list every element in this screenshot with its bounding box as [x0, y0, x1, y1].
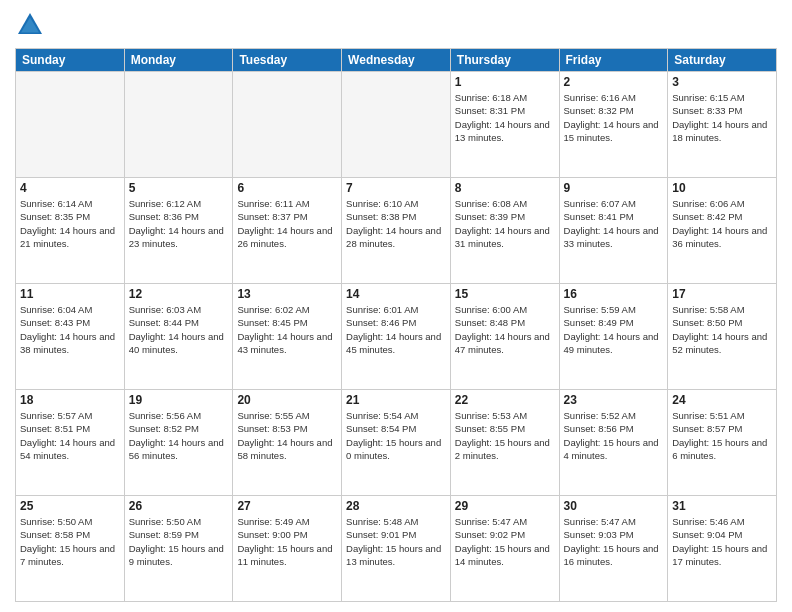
day-number: 30	[564, 499, 664, 513]
day-info: Sunrise: 5:52 AM Sunset: 8:56 PM Dayligh…	[564, 409, 664, 462]
day-info: Sunrise: 6:01 AM Sunset: 8:46 PM Dayligh…	[346, 303, 446, 356]
day-number: 26	[129, 499, 229, 513]
day-info: Sunrise: 6:15 AM Sunset: 8:33 PM Dayligh…	[672, 91, 772, 144]
day-number: 5	[129, 181, 229, 195]
calendar-cell: 17Sunrise: 5:58 AM Sunset: 8:50 PM Dayli…	[668, 284, 777, 390]
day-info: Sunrise: 6:04 AM Sunset: 8:43 PM Dayligh…	[20, 303, 120, 356]
calendar-week-row: 11Sunrise: 6:04 AM Sunset: 8:43 PM Dayli…	[16, 284, 777, 390]
dow-header: Saturday	[668, 49, 777, 72]
day-info: Sunrise: 5:55 AM Sunset: 8:53 PM Dayligh…	[237, 409, 337, 462]
day-info: Sunrise: 6:07 AM Sunset: 8:41 PM Dayligh…	[564, 197, 664, 250]
day-info: Sunrise: 5:50 AM Sunset: 8:58 PM Dayligh…	[20, 515, 120, 568]
calendar-cell	[233, 72, 342, 178]
calendar-week-row: 4Sunrise: 6:14 AM Sunset: 8:35 PM Daylig…	[16, 178, 777, 284]
dow-header: Friday	[559, 49, 668, 72]
calendar-table: SundayMondayTuesdayWednesdayThursdayFrid…	[15, 48, 777, 602]
day-info: Sunrise: 5:47 AM Sunset: 9:03 PM Dayligh…	[564, 515, 664, 568]
day-info: Sunrise: 6:16 AM Sunset: 8:32 PM Dayligh…	[564, 91, 664, 144]
calendar-cell: 2Sunrise: 6:16 AM Sunset: 8:32 PM Daylig…	[559, 72, 668, 178]
day-info: Sunrise: 5:54 AM Sunset: 8:54 PM Dayligh…	[346, 409, 446, 462]
dow-header: Thursday	[450, 49, 559, 72]
calendar-cell: 16Sunrise: 5:59 AM Sunset: 8:49 PM Dayli…	[559, 284, 668, 390]
calendar-cell: 31Sunrise: 5:46 AM Sunset: 9:04 PM Dayli…	[668, 496, 777, 602]
calendar-cell: 4Sunrise: 6:14 AM Sunset: 8:35 PM Daylig…	[16, 178, 125, 284]
calendar-cell: 5Sunrise: 6:12 AM Sunset: 8:36 PM Daylig…	[124, 178, 233, 284]
day-number: 6	[237, 181, 337, 195]
day-number: 1	[455, 75, 555, 89]
calendar-week-row: 18Sunrise: 5:57 AM Sunset: 8:51 PM Dayli…	[16, 390, 777, 496]
day-number: 23	[564, 393, 664, 407]
day-number: 24	[672, 393, 772, 407]
calendar-cell: 24Sunrise: 5:51 AM Sunset: 8:57 PM Dayli…	[668, 390, 777, 496]
calendar-cell: 26Sunrise: 5:50 AM Sunset: 8:59 PM Dayli…	[124, 496, 233, 602]
calendar-cell: 12Sunrise: 6:03 AM Sunset: 8:44 PM Dayli…	[124, 284, 233, 390]
calendar-week-row: 1Sunrise: 6:18 AM Sunset: 8:31 PM Daylig…	[16, 72, 777, 178]
calendar-cell: 30Sunrise: 5:47 AM Sunset: 9:03 PM Dayli…	[559, 496, 668, 602]
calendar-cell: 20Sunrise: 5:55 AM Sunset: 8:53 PM Dayli…	[233, 390, 342, 496]
calendar-cell: 23Sunrise: 5:52 AM Sunset: 8:56 PM Dayli…	[559, 390, 668, 496]
day-info: Sunrise: 6:11 AM Sunset: 8:37 PM Dayligh…	[237, 197, 337, 250]
day-info: Sunrise: 5:53 AM Sunset: 8:55 PM Dayligh…	[455, 409, 555, 462]
day-number: 19	[129, 393, 229, 407]
dow-header: Sunday	[16, 49, 125, 72]
dow-header: Monday	[124, 49, 233, 72]
day-number: 22	[455, 393, 555, 407]
page: SundayMondayTuesdayWednesdayThursdayFrid…	[0, 0, 792, 612]
day-number: 18	[20, 393, 120, 407]
calendar-cell: 3Sunrise: 6:15 AM Sunset: 8:33 PM Daylig…	[668, 72, 777, 178]
day-info: Sunrise: 5:51 AM Sunset: 8:57 PM Dayligh…	[672, 409, 772, 462]
day-info: Sunrise: 5:46 AM Sunset: 9:04 PM Dayligh…	[672, 515, 772, 568]
day-info: Sunrise: 5:59 AM Sunset: 8:49 PM Dayligh…	[564, 303, 664, 356]
day-number: 16	[564, 287, 664, 301]
calendar-cell: 19Sunrise: 5:56 AM Sunset: 8:52 PM Dayli…	[124, 390, 233, 496]
day-number: 29	[455, 499, 555, 513]
day-info: Sunrise: 5:57 AM Sunset: 8:51 PM Dayligh…	[20, 409, 120, 462]
day-number: 8	[455, 181, 555, 195]
calendar-cell: 10Sunrise: 6:06 AM Sunset: 8:42 PM Dayli…	[668, 178, 777, 284]
day-info: Sunrise: 6:18 AM Sunset: 8:31 PM Dayligh…	[455, 91, 555, 144]
day-info: Sunrise: 6:03 AM Sunset: 8:44 PM Dayligh…	[129, 303, 229, 356]
dow-header: Tuesday	[233, 49, 342, 72]
day-number: 21	[346, 393, 446, 407]
day-number: 2	[564, 75, 664, 89]
day-number: 3	[672, 75, 772, 89]
day-number: 20	[237, 393, 337, 407]
dow-header: Wednesday	[342, 49, 451, 72]
day-number: 13	[237, 287, 337, 301]
day-info: Sunrise: 6:06 AM Sunset: 8:42 PM Dayligh…	[672, 197, 772, 250]
header	[15, 10, 777, 40]
day-info: Sunrise: 5:47 AM Sunset: 9:02 PM Dayligh…	[455, 515, 555, 568]
calendar-week-row: 25Sunrise: 5:50 AM Sunset: 8:58 PM Dayli…	[16, 496, 777, 602]
day-info: Sunrise: 5:50 AM Sunset: 8:59 PM Dayligh…	[129, 515, 229, 568]
calendar-cell: 7Sunrise: 6:10 AM Sunset: 8:38 PM Daylig…	[342, 178, 451, 284]
calendar-cell	[16, 72, 125, 178]
day-number: 17	[672, 287, 772, 301]
calendar-cell: 27Sunrise: 5:49 AM Sunset: 9:00 PM Dayli…	[233, 496, 342, 602]
day-number: 25	[20, 499, 120, 513]
logo-icon	[15, 10, 45, 40]
day-number: 4	[20, 181, 120, 195]
day-number: 27	[237, 499, 337, 513]
day-number: 15	[455, 287, 555, 301]
day-number: 28	[346, 499, 446, 513]
day-info: Sunrise: 5:58 AM Sunset: 8:50 PM Dayligh…	[672, 303, 772, 356]
calendar-cell: 18Sunrise: 5:57 AM Sunset: 8:51 PM Dayli…	[16, 390, 125, 496]
day-number: 7	[346, 181, 446, 195]
day-number: 10	[672, 181, 772, 195]
day-info: Sunrise: 6:08 AM Sunset: 8:39 PM Dayligh…	[455, 197, 555, 250]
day-number: 11	[20, 287, 120, 301]
calendar-cell: 25Sunrise: 5:50 AM Sunset: 8:58 PM Dayli…	[16, 496, 125, 602]
calendar-cell: 11Sunrise: 6:04 AM Sunset: 8:43 PM Dayli…	[16, 284, 125, 390]
day-number: 31	[672, 499, 772, 513]
day-info: Sunrise: 6:14 AM Sunset: 8:35 PM Dayligh…	[20, 197, 120, 250]
day-info: Sunrise: 6:02 AM Sunset: 8:45 PM Dayligh…	[237, 303, 337, 356]
calendar-cell: 1Sunrise: 6:18 AM Sunset: 8:31 PM Daylig…	[450, 72, 559, 178]
logo	[15, 10, 49, 40]
calendar-cell: 9Sunrise: 6:07 AM Sunset: 8:41 PM Daylig…	[559, 178, 668, 284]
day-number: 9	[564, 181, 664, 195]
day-info: Sunrise: 6:00 AM Sunset: 8:48 PM Dayligh…	[455, 303, 555, 356]
calendar-cell: 29Sunrise: 5:47 AM Sunset: 9:02 PM Dayli…	[450, 496, 559, 602]
calendar-cell: 22Sunrise: 5:53 AM Sunset: 8:55 PM Dayli…	[450, 390, 559, 496]
calendar-cell	[342, 72, 451, 178]
calendar-cell: 15Sunrise: 6:00 AM Sunset: 8:48 PM Dayli…	[450, 284, 559, 390]
